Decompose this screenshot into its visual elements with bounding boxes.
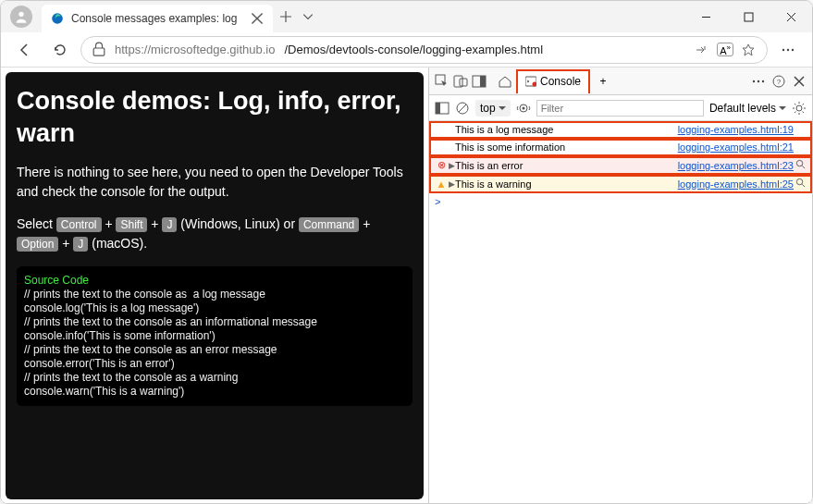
expand-icon[interactable]: ▶ [448, 179, 455, 189]
console-prompt[interactable]: > [429, 193, 812, 212]
devtools-panel: Console + ? top Default levels [428, 68, 812, 504]
code-title: Source Code [24, 274, 89, 287]
console-settings-icon[interactable] [792, 101, 807, 116]
svg-marker-33 [499, 106, 506, 110]
svg-line-39 [802, 166, 805, 168]
chevron-down-icon [499, 104, 506, 112]
svg-point-23 [758, 80, 759, 81]
close-devtools-icon[interactable] [792, 74, 807, 89]
page-viewport: Console demos: Log, info, error, warn Th… [1, 68, 428, 504]
avatar [10, 6, 32, 28]
console-row: This is a log messagelogging-examples.ht… [429, 121, 812, 139]
svg-text:?: ? [777, 78, 782, 86]
svg-line-32 [459, 104, 466, 112]
kbd-option: Option [17, 237, 58, 252]
kbd-shift: Shift [116, 217, 147, 232]
console-row: ▲▶This is a warninglogging-examples.html… [429, 175, 812, 193]
svg-rect-10 [93, 48, 105, 55]
live-expression-icon[interactable] [516, 101, 531, 116]
page-intro: There is nothing to see here, you need t… [17, 163, 413, 202]
svg-point-40 [796, 178, 802, 184]
error-icon: ⊗ [435, 159, 448, 171]
shortcut-text: Select Control + Shift + J (Windows, Lin… [17, 215, 413, 253]
console-row: ⊗▶This is an errorlogging-examples.html:… [429, 156, 812, 175]
tab-console[interactable]: Console [516, 69, 590, 93]
console-message: This is a log message [455, 124, 678, 135]
favorite-icon[interactable] [741, 43, 756, 57]
magnifier-icon[interactable] [794, 178, 807, 190]
main-split: Console demos: Log, info, error, warn Th… [1, 68, 812, 504]
source-link[interactable]: logging-examples.html:21 [678, 141, 794, 153]
svg-point-0 [18, 12, 23, 17]
expand-icon[interactable]: ▶ [448, 161, 455, 170]
svg-rect-7 [745, 13, 753, 21]
sidebar-toggle-icon[interactable] [435, 101, 450, 116]
log-levels-dropdown[interactable]: Default levels [709, 102, 786, 115]
svg-marker-36 [779, 106, 786, 110]
console-toolbar: top Default levels [429, 95, 812, 121]
svg-point-22 [753, 80, 755, 81]
address-bar[interactable]: https://microsoftedge.github.io/Demos/de… [80, 36, 768, 64]
svg-rect-30 [436, 103, 440, 114]
svg-point-35 [522, 106, 524, 109]
kbd-control: Control [56, 217, 102, 232]
tab-console-label: Console [540, 75, 581, 88]
svg-rect-17 [460, 79, 467, 86]
svg-point-12 [782, 48, 784, 50]
log-levels-label: Default levels [709, 102, 776, 115]
warning-icon: ▲ [435, 178, 448, 190]
tab-dropdown-button[interactable] [299, 1, 317, 32]
profile-button[interactable] [1, 1, 42, 32]
source-link[interactable]: logging-examples.html:23 [678, 160, 794, 171]
console-filter-input[interactable] [536, 100, 704, 117]
home-icon[interactable] [498, 74, 512, 89]
titlebar: Console messages examples: log [1, 1, 812, 32]
context-label: top [480, 102, 496, 115]
console-row: This is some informationlogging-examples… [429, 139, 812, 156]
source-link[interactable]: logging-examples.html:25 [678, 178, 794, 190]
console-tab-icon [525, 76, 536, 87]
reader-icon[interactable]: A» [717, 43, 733, 57]
source-link[interactable]: logging-examples.html:19 [678, 124, 794, 135]
menu-button[interactable] [773, 35, 803, 65]
close-window-button[interactable] [770, 1, 812, 32]
devtools-more-icon[interactable] [751, 74, 766, 89]
help-icon[interactable]: ? [771, 74, 786, 89]
svg-point-14 [792, 48, 794, 50]
svg-point-37 [796, 105, 802, 111]
enter-icon[interactable] [695, 43, 709, 57]
url-path: /Demos/devtools-console/logging-examples… [284, 43, 543, 56]
minimize-button[interactable] [684, 1, 727, 32]
chevron-down-icon [779, 104, 786, 112]
svg-point-24 [762, 80, 764, 81]
console-message: This is some information [455, 141, 678, 153]
devtools-tabbar: Console + ? [429, 68, 812, 95]
context-selector[interactable]: top [475, 100, 511, 117]
clear-console-icon[interactable] [455, 101, 470, 116]
urlbar: https://microsoftedge.github.io/Demos/de… [1, 32, 812, 68]
dock-icon[interactable] [472, 74, 487, 89]
magnifier-icon[interactable] [794, 159, 807, 171]
device-icon[interactable] [453, 74, 468, 89]
browser-tab[interactable]: Console messages examples: log [42, 5, 273, 32]
tab-title: Console messages examples: log [71, 12, 243, 25]
inspect-icon[interactable] [435, 74, 450, 89]
code-block: Source Code // prints the text to the co… [17, 266, 413, 406]
back-button[interactable] [10, 35, 40, 65]
new-devtools-tab[interactable]: + [594, 75, 612, 88]
svg-marker-11 [743, 44, 754, 55]
console-output: This is a log messagelogging-examples.ht… [429, 121, 812, 504]
svg-point-13 [787, 48, 789, 50]
maximize-button[interactable] [727, 1, 770, 32]
page-heading: Console demos: Log, info, error, warn [17, 85, 413, 150]
refresh-button[interactable] [45, 35, 75, 65]
kbd-command: Command [299, 217, 359, 232]
new-tab-button[interactable] [273, 1, 299, 32]
console-message: This is an error [455, 160, 678, 171]
edge-favicon-icon [51, 12, 64, 25]
window-buttons [684, 1, 812, 32]
svg-rect-16 [454, 76, 462, 87]
site-info-icon[interactable] [92, 42, 105, 56]
svg-rect-19 [480, 76, 486, 87]
tab-close-icon[interactable] [251, 12, 264, 25]
